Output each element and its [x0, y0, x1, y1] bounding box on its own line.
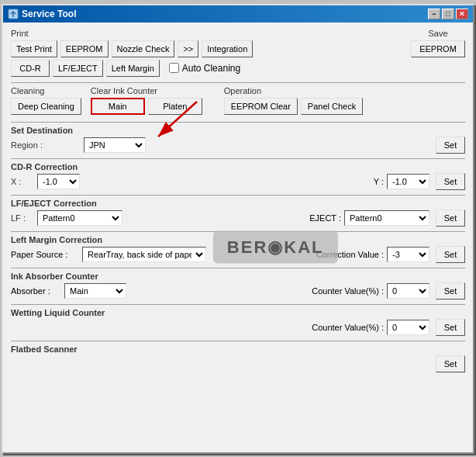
- title-buttons: − □ ✕: [428, 9, 468, 19]
- print-section: Print Test Print EEPROM Nozzle Check >> …: [11, 29, 253, 79]
- main-button[interactable]: Main: [91, 98, 145, 115]
- print-label: Print: [11, 29, 253, 38]
- paper-source-label: Paper Source :: [11, 250, 79, 259]
- eject-label: EJECT :: [309, 213, 341, 223]
- save-label: Save: [411, 29, 465, 38]
- left-margin-correction-section: Left Margin Correction Paper Source : Re…: [11, 235, 465, 263]
- wetting-counter-select[interactable]: 0: [387, 320, 429, 335]
- wetting-liquid-section: Wetting Liquid Counter Counter Value(%) …: [11, 308, 465, 336]
- divider6: [11, 268, 465, 268]
- wetting-set-button[interactable]: Set: [436, 319, 465, 336]
- set-destination-button[interactable]: Set: [436, 137, 465, 154]
- title-bar: Service Tool − □ ✕: [3, 5, 473, 23]
- main-content: Print Test Print EEPROM Nozzle Check >> …: [3, 23, 473, 452]
- lf-eject-set-button[interactable]: Set: [436, 209, 465, 227]
- clear-ink-label: Clear Ink Counter: [91, 86, 202, 95]
- auto-cleaning-checkbox[interactable]: [169, 63, 179, 73]
- region-label: Region :: [11, 140, 81, 150]
- eeprom-print-button[interactable]: EEPROM: [60, 40, 109, 57]
- set-destination-title: Set Destination: [11, 126, 465, 135]
- flatbed-scanner-title: Flatbed Scanner: [11, 344, 465, 354]
- window-icon: [8, 9, 19, 19]
- lf-eject-button[interactable]: LF/EJECT: [53, 60, 103, 77]
- cdr-set-button[interactable]: Set: [436, 173, 465, 190]
- ink-absorber-set-button[interactable]: Set: [436, 282, 465, 299]
- deep-cleaning-button[interactable]: Deep Cleaning: [11, 98, 81, 115]
- correction-value-select[interactable]: -3: [387, 247, 429, 262]
- lf-label: LF :: [11, 213, 34, 223]
- platen-button[interactable]: Platen: [148, 98, 202, 115]
- left-margin-title: Left Margin Correction: [11, 235, 465, 244]
- x-select[interactable]: -1.0: [37, 174, 80, 189]
- flatbed-set-button[interactable]: Set: [436, 355, 465, 372]
- cdr-correction-section: CD-R Correction X : -1.0 Y : -1.0 Set: [11, 162, 465, 190]
- test-print-button[interactable]: Test Print: [11, 40, 57, 57]
- cdr-correction-title: CD-R Correction: [11, 162, 465, 171]
- lf-eject-title: LF/EJECT Correction: [11, 199, 465, 208]
- left-margin-button[interactable]: Left Margin: [106, 60, 160, 77]
- correction-value-label: Correction Value :: [316, 250, 384, 259]
- maximize-button[interactable]: □: [442, 9, 454, 19]
- save-eeprom-button[interactable]: EEPROM: [411, 40, 465, 57]
- divider3: [11, 158, 465, 159]
- nozzle-check-button[interactable]: Nozzle Check: [112, 40, 175, 57]
- x-label: X :: [11, 177, 34, 186]
- save-section: Save EEPROM: [411, 29, 465, 57]
- window-title: Service Tool: [22, 9, 76, 19]
- lf-eject-correction-section: LF/EJECT Correction LF : Pattern0 EJECT …: [11, 199, 465, 227]
- divider2: [11, 122, 465, 123]
- absorber-select[interactable]: Main: [64, 283, 126, 299]
- clear-ink-counter-section: Clear Ink Counter Main Platen: [91, 86, 202, 117]
- cleaning-section: Cleaning Deep Cleaning: [11, 86, 81, 115]
- ink-absorber-section: Ink Absorber Counter Absorber : Main Cou…: [11, 272, 465, 299]
- close-button[interactable]: ✕: [456, 9, 468, 19]
- region-select[interactable]: JPN: [84, 137, 146, 153]
- divider7: [11, 304, 465, 305]
- eject-select[interactable]: Pattern0: [344, 210, 429, 226]
- set-destination-section: Set Destination Region : JPN Set: [11, 126, 465, 154]
- arrow-button[interactable]: >>: [178, 40, 198, 57]
- panel-check-button[interactable]: Panel Check: [301, 98, 363, 115]
- divider5: [11, 231, 465, 232]
- y-label: Y :: [374, 177, 384, 186]
- operation-label: Operation: [224, 86, 363, 95]
- wetting-liquid-title: Wetting Liquid Counter: [11, 308, 465, 317]
- wetting-counter-label: Counter Value(%) :: [312, 323, 384, 332]
- operation-section: Operation EEPROM Clear Panel Check: [224, 86, 363, 117]
- flatbed-scanner-section: Flatbed Scanner Set: [11, 344, 465, 372]
- main-window: Service Tool − □ ✕ Print Test Print EEPR…: [2, 4, 474, 454]
- absorber-counter-label: Counter Value(%) :: [312, 286, 384, 296]
- ink-absorber-title: Ink Absorber Counter: [11, 272, 465, 281]
- minimize-button[interactable]: −: [428, 9, 440, 19]
- divider4: [11, 195, 465, 196]
- absorber-label: Absorber :: [11, 286, 61, 296]
- absorber-counter-select[interactable]: 0: [387, 283, 429, 299]
- y-select[interactable]: -1.0: [387, 174, 429, 189]
- left-margin-set-button[interactable]: Set: [436, 246, 465, 263]
- integration-button[interactable]: Integration: [202, 40, 253, 57]
- lf-select[interactable]: Pattern0: [37, 210, 122, 226]
- auto-cleaning-label: Auto Cleaning: [182, 63, 240, 74]
- cdr-button[interactable]: CD-R: [11, 60, 50, 77]
- paper-source-select[interactable]: RearTray, back side of paper: [82, 247, 206, 262]
- divider1: [11, 82, 465, 83]
- cleaning-label: Cleaning: [11, 86, 81, 95]
- eeprom-clear-button[interactable]: EEPROM Clear: [224, 98, 298, 115]
- divider8: [11, 341, 465, 341]
